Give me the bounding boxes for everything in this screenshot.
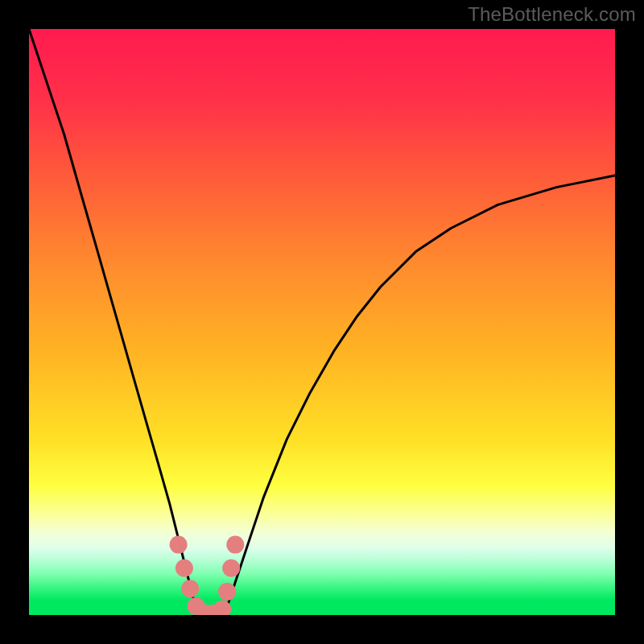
marker-dot: [181, 580, 199, 597]
marker-dot: [170, 536, 188, 554]
bottleneck-chart-svg: [29, 29, 615, 615]
attribution-text: TheBottleneck.com: [468, 3, 636, 26]
marker-dot: [175, 559, 193, 577]
marker-dot: [222, 559, 240, 577]
marker-dot: [226, 536, 244, 554]
plot-area: [29, 29, 615, 615]
chart-frame: TheBottleneck.com: [0, 0, 644, 644]
marker-dot: [218, 583, 236, 601]
